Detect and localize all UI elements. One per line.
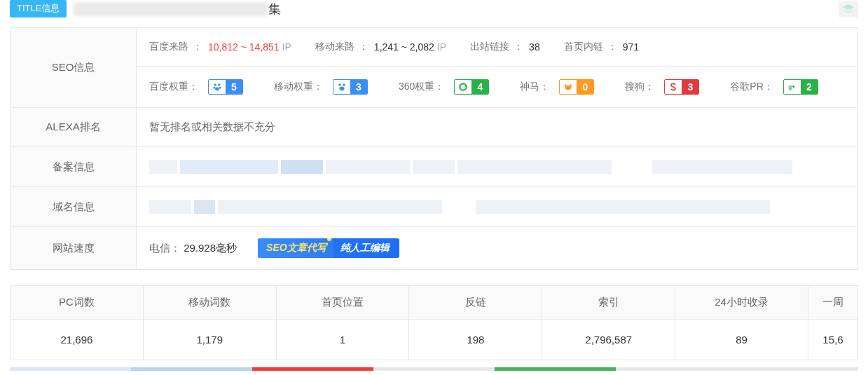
- domain-body: [137, 187, 857, 226]
- weight-badge[interactable]: 5: [208, 79, 243, 95]
- weight-label: 360权重：: [399, 81, 444, 93]
- weight-label: 神马：: [520, 81, 549, 93]
- weight-s360[interactable]: 360权重：4: [399, 79, 492, 95]
- svg-point-1: [218, 83, 221, 86]
- speed-value-group: 电信： 29.928毫秒: [149, 242, 237, 255]
- layers-icon[interactable]: [839, 1, 858, 18]
- row-seo: SEO信息 百度来路： 10,812 ~ 14,851IP 移动来路： 1,24…: [11, 28, 857, 108]
- svg-point-4: [215, 88, 219, 91]
- cat-icon: [560, 80, 577, 94]
- redacted-domain: [149, 200, 770, 214]
- page-title: 集: [74, 1, 832, 18]
- weight-google[interactable]: 谷歌PR：g+2: [730, 79, 820, 95]
- weight-sogou[interactable]: 搜狗：3: [625, 79, 702, 95]
- seo-weights-row: 百度权重：5移动权重：3360权重：4神马：0搜狗：3谷歌PR：g+2: [137, 67, 857, 107]
- stats-value-row: 21,6961,17911982,796,5878915,6: [11, 320, 857, 360]
- speed-body: 电信： 29.928毫秒 SEO文章代写 纯人工编辑: [137, 227, 857, 269]
- stats-value-cell[interactable]: 15,6: [808, 320, 857, 360]
- alexa-text: 暂无排名或相关数据不充分: [149, 121, 275, 134]
- mobile-traffic-label: 移动来路: [315, 41, 354, 53]
- mobile-traffic-value[interactable]: 1,241 ~ 2,082IP: [374, 41, 446, 53]
- stats-value-cell[interactable]: 21,696: [11, 320, 144, 360]
- baidu-traffic-value[interactable]: 10,812 ~ 14,851IP: [208, 41, 291, 53]
- weight-badge[interactable]: 4: [454, 79, 489, 95]
- weight-baidu[interactable]: 百度权重：5: [149, 79, 246, 95]
- row-domain: 域名信息: [11, 187, 857, 227]
- speed-value[interactable]: 29.928毫秒: [184, 242, 237, 254]
- row-label-seo: SEO信息: [11, 28, 137, 107]
- weight-value: 3: [350, 80, 367, 94]
- stats-value-cell[interactable]: 1: [277, 320, 410, 360]
- stats-table: PC词数移动词数首页位置反链索引24小时收录一周 21,6961,1791198…: [10, 285, 858, 360]
- kv-baidu-traffic: 百度来路： 10,812 ~ 14,851IP: [149, 41, 291, 53]
- weight-value: 4: [471, 80, 488, 94]
- stats-value-cell[interactable]: 198: [409, 320, 542, 360]
- svg-point-0: [214, 83, 216, 86]
- stats-value-cell[interactable]: 1,179: [144, 320, 277, 360]
- weight-label: 百度权重：: [149, 81, 198, 93]
- weight-value: 2: [801, 80, 818, 94]
- svg-text:g+: g+: [788, 84, 795, 90]
- weight-value: 0: [577, 80, 593, 94]
- kv-inlink: 首页内链： 971: [564, 41, 639, 53]
- row-label-beian: 备案信息: [11, 147, 137, 186]
- row-label-domain: 域名信息: [11, 187, 137, 226]
- svg-point-7: [340, 86, 345, 90]
- paw-icon: [209, 80, 226, 94]
- gplus-icon: g+: [784, 80, 801, 94]
- row-speed: 网站速度 电信： 29.928毫秒 SEO文章代写 纯人工编辑: [11, 227, 857, 269]
- baidu-traffic-label: 百度来路: [149, 41, 188, 53]
- outlink-value[interactable]: 38: [529, 41, 540, 53]
- weight-value: 3: [682, 80, 698, 94]
- stats-header-cell[interactable]: 索引: [542, 286, 675, 319]
- svg-point-8: [460, 83, 467, 90]
- weight-badge[interactable]: 0: [559, 79, 594, 95]
- outlink-label: 出站链接: [470, 41, 509, 53]
- redacted-title: [74, 2, 268, 16]
- stats-header-cell[interactable]: PC词数: [11, 286, 144, 319]
- stats-header-cell[interactable]: 反链: [409, 286, 542, 319]
- beian-body: [137, 147, 857, 186]
- ring-icon: [455, 80, 471, 94]
- speed-isp-label: 电信: [149, 242, 170, 254]
- weight-badge[interactable]: g+2: [783, 79, 818, 95]
- title-bar: TITLE信息 集: [0, 0, 868, 22]
- stats-header-cell[interactable]: 24小时收录: [675, 286, 808, 319]
- bottom-accent-bars: [10, 367, 858, 371]
- row-beian: 备案信息: [11, 147, 857, 187]
- svg-point-5: [338, 83, 341, 86]
- seo-traffic-row: 百度来路： 10,812 ~ 14,851IP 移动来路： 1,241 ~ 2,…: [137, 28, 857, 67]
- weight-label: 搜狗：: [625, 81, 654, 93]
- stats-header-cell[interactable]: 一周: [808, 286, 857, 319]
- weight-mbaidu[interactable]: 移动权重：3: [274, 79, 371, 95]
- title-pill: TITLE信息: [10, 0, 67, 18]
- paw-m-icon: [333, 80, 350, 94]
- row-label-speed: 网站速度: [11, 227, 137, 269]
- info-table: SEO信息 百度来路： 10,812 ~ 14,851IP 移动来路： 1,24…: [10, 27, 858, 270]
- row-alexa: ALEXA排名 暂无排名或相关数据不充分: [11, 108, 857, 147]
- row-label-alexa: ALEXA排名: [11, 108, 137, 146]
- promo-button[interactable]: SEO文章代写 纯人工编辑: [258, 238, 399, 258]
- alexa-body: 暂无排名或相关数据不充分: [137, 108, 857, 146]
- inlink-value[interactable]: 971: [623, 41, 639, 53]
- weight-badge[interactable]: 3: [664, 79, 699, 95]
- title-suffix: 集: [268, 2, 281, 16]
- svg-point-2: [213, 87, 215, 89]
- weight-shenma[interactable]: 神马：0: [520, 79, 597, 95]
- promo-text-2: 纯人工编辑: [333, 238, 399, 258]
- inlink-label: 首页内链: [564, 41, 603, 53]
- weight-label: 谷歌PR：: [730, 81, 773, 93]
- redacted-beian: [149, 160, 792, 174]
- seo-body: 百度来路： 10,812 ~ 14,851IP 移动来路： 1,241 ~ 2,…: [137, 28, 857, 107]
- stats-value-cell[interactable]: 89: [675, 320, 808, 360]
- weight-label: 移动权重：: [274, 81, 323, 93]
- stats-header-cell[interactable]: 首页位置: [277, 286, 410, 319]
- promo-text-1: SEO文章代写: [258, 238, 333, 258]
- stats-value-cell[interactable]: 2,796,587: [542, 320, 675, 360]
- weight-badge[interactable]: 3: [333, 79, 368, 95]
- s-icon: [665, 80, 682, 94]
- stats-header-cell[interactable]: 移动词数: [144, 286, 277, 319]
- svg-point-6: [343, 83, 345, 86]
- kv-outlink: 出站链接： 38: [470, 41, 540, 53]
- svg-point-3: [219, 87, 221, 89]
